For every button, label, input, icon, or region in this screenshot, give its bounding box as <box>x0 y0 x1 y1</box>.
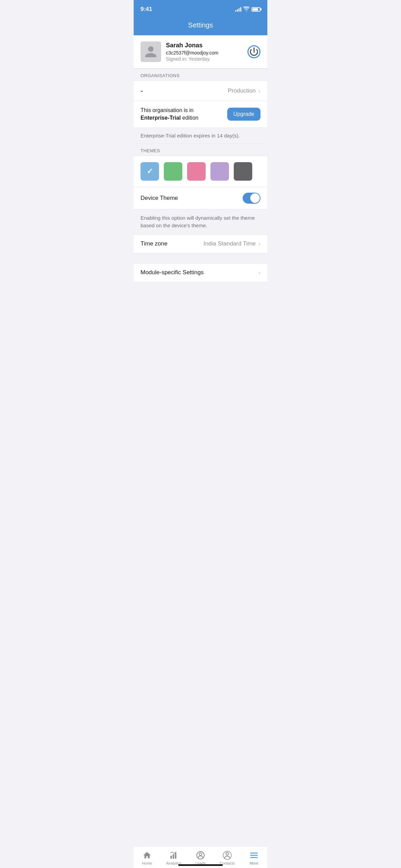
color-swatch-green[interactable] <box>164 162 182 181</box>
section-gap <box>134 253 267 264</box>
themes-section-divider: THEMES <box>134 144 267 156</box>
timezone-row-right: India Standard Time › <box>204 240 260 248</box>
trial-banner: This organisation is in Enterprise-Trial… <box>134 101 267 128</box>
user-silhouette-icon <box>144 45 158 59</box>
profile-signin: Signed in: Yesterday <box>166 56 247 62</box>
trial-expiry-banner: Enterprise-Trial edition expires in 14 d… <box>134 128 267 144</box>
trial-expiry-text: Enterprise-Trial edition expires in 14 d… <box>141 133 240 138</box>
themes-label: THEMES <box>141 148 160 153</box>
organisations-label: ORGANISATIONS <box>141 73 180 78</box>
battery-icon <box>252 7 260 12</box>
device-theme-toggle[interactable] <box>243 193 260 204</box>
org-name: Production <box>228 87 256 94</box>
color-swatch-gray[interactable] <box>234 162 252 181</box>
module-settings-row[interactable]: Module-specific Settings › <box>134 264 267 282</box>
org-dash: - <box>141 86 143 95</box>
profile-email: c3c2537f@moodjoy.com <box>166 50 247 56</box>
color-swatch-blue[interactable] <box>141 162 159 181</box>
color-swatch-pink[interactable] <box>187 162 206 181</box>
device-theme-row[interactable]: Device Theme <box>134 187 267 209</box>
toggle-knob <box>250 193 260 203</box>
chevron-right-module-icon: › <box>258 269 260 276</box>
signal-icon <box>235 7 241 12</box>
trial-text: This organisation is in Enterprise-Trial… <box>141 107 223 122</box>
chevron-right-icon: › <box>258 87 260 95</box>
avatar <box>141 41 161 62</box>
organisations-section-divider: ORGANISATIONS <box>134 69 267 81</box>
profile-name: Sarah Jonas <box>166 42 247 49</box>
chevron-right-timezone-icon: › <box>258 240 260 248</box>
timezone-label: Time zone <box>141 240 168 247</box>
status-time: 9:41 <box>141 6 152 13</box>
module-settings-row-right: › <box>258 269 260 276</box>
bottom-spacer <box>134 282 267 316</box>
color-swatches <box>134 156 267 187</box>
status-icons <box>235 7 260 12</box>
page-header: Settings <box>134 17 267 35</box>
device-theme-label: Device Theme <box>141 195 178 202</box>
page-title: Settings <box>188 21 213 29</box>
power-button[interactable] <box>247 45 260 58</box>
color-swatch-purple[interactable] <box>210 162 229 181</box>
organisation-row[interactable]: - Production › <box>134 81 267 101</box>
device-theme-desc-banner: Enabling this option will dynamically se… <box>134 209 267 235</box>
status-bar: 9:41 <box>134 0 267 17</box>
profile-info: Sarah Jonas c3c2537f@moodjoy.com Signed … <box>166 42 247 62</box>
timezone-value: India Standard Time <box>204 240 256 247</box>
timezone-row[interactable]: Time zone India Standard Time › <box>134 235 267 253</box>
wifi-icon <box>243 7 250 12</box>
module-settings-label: Module-specific Settings <box>141 269 204 276</box>
org-row-right: Production › <box>228 87 260 95</box>
upgrade-button[interactable]: Upgrade <box>227 108 260 121</box>
device-theme-description: Enabling this option will dynamically se… <box>141 215 255 229</box>
profile-section[interactable]: Sarah Jonas c3c2537f@moodjoy.com Signed … <box>134 35 267 69</box>
